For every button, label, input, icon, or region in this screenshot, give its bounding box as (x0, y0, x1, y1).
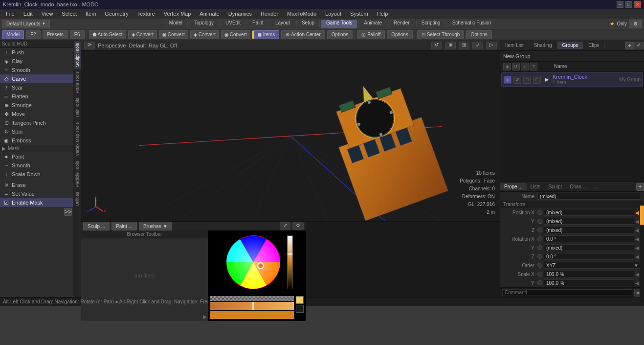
mode-f6[interactable]: F6 (70, 30, 85, 39)
ptab-lists[interactable]: Lists (527, 183, 545, 190)
vtab-sculpt-tools[interactable]: Sculpt Tools (74, 41, 81, 69)
viewport-nav-btn[interactable]: ⟳ (84, 42, 95, 49)
group-icon-4[interactable]: ? (530, 63, 537, 70)
menu-render[interactable]: Render (257, 10, 282, 18)
vtab-utilities[interactable]: Utilities (74, 190, 81, 208)
group-toggle-1[interactable]: ↺ (513, 76, 521, 84)
settings-vp-btn[interactable]: ▷ (486, 42, 497, 49)
group-toggle-2[interactable]: □ (523, 76, 531, 84)
group-icon-3[interactable]: i (521, 63, 529, 70)
menu-vertex-map[interactable]: Vertex Map (160, 10, 195, 18)
tab-game-tools[interactable]: Game Tools (321, 20, 357, 28)
order-value[interactable]: XYZ ▼ (544, 262, 641, 269)
action-center-btn[interactable]: ⊕ Action Center (281, 30, 325, 39)
menu-texture[interactable]: Texture (133, 10, 159, 18)
group-item[interactable]: ◈ ↺ □ □ ▶ Kremlin_Clock 1 Item My Group (501, 72, 643, 87)
add-tab-btn[interactable]: + (625, 42, 633, 49)
new-group-button[interactable]: New Group (500, 51, 644, 62)
tab-render[interactable]: Render (388, 20, 415, 28)
settings-bottom-btn[interactable]: ⚙ (292, 222, 304, 230)
vtab-vertex-map[interactable]: Vertex Map Tools (74, 120, 81, 158)
command-input[interactable] (502, 289, 632, 296)
maximize-btn[interactable]: ⤢ (472, 42, 483, 49)
paint-tab-btn[interactable]: Paint ... (111, 222, 137, 230)
mode-model[interactable]: Model (2, 30, 24, 39)
menu-animate[interactable]: Animate (196, 10, 223, 18)
menu-item[interactable]: Item (82, 10, 100, 18)
tool-erase[interactable]: ✕ Erase (0, 181, 73, 189)
swatch-black[interactable] (296, 305, 304, 313)
vtab-hair-tools[interactable]: Hair Tools (74, 96, 81, 119)
expand-button[interactable]: >> (64, 208, 72, 216)
menu-maxtomodo[interactable]: MaxToModo (283, 10, 320, 18)
expand-bottom-btn[interactable]: ⤢ (280, 222, 290, 230)
tool-scale-down[interactable]: ↓ Scale Down (0, 170, 73, 179)
tool-clay[interactable]: ◈ Clay (0, 57, 73, 66)
ptab-properties[interactable]: Prope ... (500, 183, 527, 190)
tool-scar[interactable]: / Scar (0, 83, 73, 92)
swatch-yellow[interactable] (296, 296, 304, 304)
brushes-tab-btn[interactable]: Brushes ▼ (139, 222, 172, 230)
tool-push[interactable]: ↑ Push (0, 48, 73, 57)
color-swatch[interactable] (210, 311, 294, 319)
menu-help[interactable]: Help (373, 10, 392, 18)
close-button[interactable]: ✕ (634, 1, 641, 8)
menu-layout[interactable]: Layout (321, 10, 345, 18)
tool-emboss[interactable]: ◉ Emboss (0, 136, 73, 145)
tab-setup[interactable]: Setup (296, 20, 320, 28)
falloff-btn[interactable]: ◎ Falloff (357, 30, 385, 39)
minimize-button[interactable]: ─ (617, 1, 623, 8)
tool-smudge[interactable]: ⊕ Smudge (0, 101, 73, 110)
right-scrollbar[interactable] (640, 206, 644, 303)
tool-enable-mask[interactable]: ☑ Enable Mask (0, 198, 73, 207)
scale-y-value[interactable]: 100.0 % (544, 279, 634, 286)
tab-scripting[interactable]: Scripting (416, 20, 446, 28)
mode-f2[interactable]: F2 (26, 30, 41, 39)
convert-btn-1[interactable]: ◈ Convert (128, 30, 157, 39)
tool-spin[interactable]: ↻ Spin (0, 127, 73, 136)
lightness-bar[interactable] (287, 235, 293, 289)
position-y-value[interactable]: (mixed) (544, 218, 634, 225)
vtab-particle[interactable]: Particle Tools (74, 159, 81, 189)
tab-paint[interactable]: Paint (247, 20, 269, 28)
tool-carve[interactable]: ◇ Carve (0, 74, 73, 83)
rtab-groups[interactable]: Groups (557, 42, 584, 49)
tab-animate[interactable]: Animate (358, 20, 387, 28)
tool-mask-smooth[interactable]: ~ Smooth (0, 161, 73, 170)
restore-button[interactable]: □ (625, 1, 632, 8)
titlebar-controls[interactable]: ─ □ ✕ (617, 1, 641, 8)
menu-select[interactable]: Select (58, 10, 81, 18)
zoom-btn[interactable]: ⊕ (445, 42, 456, 49)
add-prop-tab-btn[interactable]: + (636, 183, 644, 191)
rotation-z-value[interactable]: 0.0 ° (544, 253, 634, 260)
tool-tangent-pinch[interactable]: ⊙ Tangent Pinch (0, 118, 73, 127)
tab-schematic[interactable]: Schematic Fusion (447, 20, 496, 28)
menu-geometry[interactable]: Geometry (101, 10, 132, 18)
tool-move[interactable]: ✥ Move (0, 110, 73, 118)
menu-dynamics[interactable]: Dynamics (224, 10, 256, 18)
select-through-btn[interactable]: ⊡ Select Through (417, 30, 465, 39)
tab-layout[interactable]: Layout (270, 20, 295, 28)
auto-select-btn[interactable]: ⬟ Auto Select (89, 30, 126, 39)
ptab-chan[interactable]: Chan ... (566, 183, 591, 190)
group-icon-1[interactable]: ◈ (503, 63, 511, 70)
settings-button[interactable]: ⚙ (629, 20, 642, 28)
menu-file[interactable]: File (2, 10, 19, 18)
ptab-sculpt[interactable]: Sculpt (544, 183, 566, 190)
name-prop-value[interactable]: (mixed) (537, 193, 641, 200)
tool-flatten[interactable]: ═ Flatten (0, 92, 73, 101)
scale-x-value[interactable]: 100.0 % (544, 271, 634, 277)
color-wheel-container[interactable] (208, 230, 306, 294)
tab-topology[interactable]: Topology (189, 20, 219, 28)
mask-section[interactable]: ▶ Mask (0, 145, 73, 152)
options-btn-3[interactable]: Options (466, 30, 491, 39)
convert-btn-2[interactable]: ◉ Convert (159, 30, 188, 39)
tool-mask-paint[interactable]: ● Paint (0, 152, 73, 161)
rtab-shading[interactable]: Shading (529, 42, 557, 49)
items-btn[interactable]: ◼ Items (252, 30, 279, 39)
options-btn-2[interactable]: Options (387, 30, 412, 39)
maximize-right-btn[interactable]: ⤢ (633, 42, 644, 49)
tool-set-value[interactable]: = Set Value (0, 189, 73, 198)
menu-edit[interactable]: Edit (20, 10, 37, 18)
default-layouts-dropdown[interactable]: Default Layouts ▼ (2, 20, 50, 28)
